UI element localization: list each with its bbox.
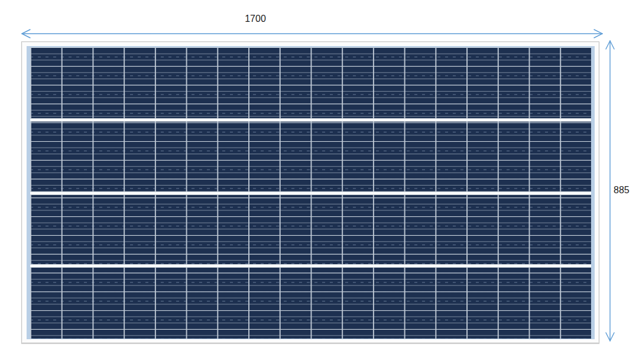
dimension-width-label: 1700 bbox=[232, 13, 279, 24]
cell-grid bbox=[30, 47, 591, 339]
solar-panel-frame bbox=[21, 41, 599, 343]
cell-row-separator bbox=[30, 264, 591, 268]
horizontal-dimension-arrow-icon bbox=[17, 28, 608, 40]
diagram-canvas: 1700 885 bbox=[0, 0, 639, 364]
cell-row-separator bbox=[30, 191, 591, 195]
cell-row-separator bbox=[30, 118, 591, 122]
panel-glass-edge bbox=[27, 46, 595, 339]
dimension-height-label: 885 bbox=[614, 184, 630, 196]
